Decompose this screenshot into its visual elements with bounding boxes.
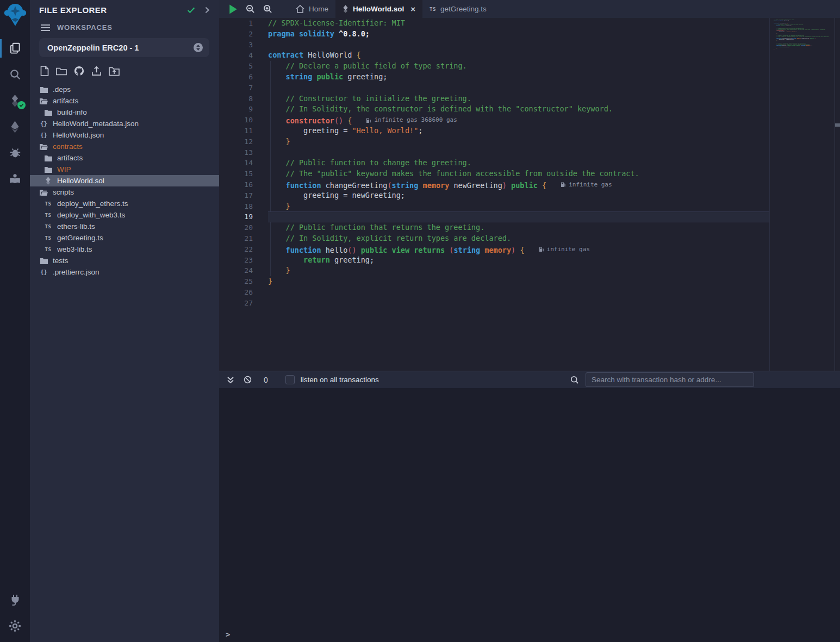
tree-item-ethers-lib-ts[interactable]: TSethers-lib.ts [30, 221, 219, 232]
line-content: return greeting; [268, 255, 769, 266]
terminal-bar: 0 listen on all transactions [219, 371, 840, 388]
settings-icon[interactable] [0, 613, 30, 639]
ts-icon: TS [44, 213, 52, 218]
home-icon [296, 5, 304, 13]
code-line-23: 23 return greeting; [219, 255, 769, 266]
json-icon: {} [40, 132, 48, 139]
tree-item-contracts[interactable]: contracts [30, 141, 219, 152]
tree-item-scripts[interactable]: scripts [30, 186, 219, 198]
tab-helloworld-sol[interactable]: HelloWorld.sol× [335, 0, 422, 18]
tree-item-helloworld-json[interactable]: {}HelloWorld.json [30, 129, 219, 141]
scrollbar-thumb[interactable] [835, 123, 840, 127]
line-number: 17 [219, 190, 253, 201]
tree-item-label: WIP [57, 165, 71, 173]
code-editor[interactable]: 1// SPDX-License-Identifier: MIT2pragma … [219, 18, 840, 371]
json-icon: {} [40, 120, 48, 127]
code-line-11: 11 greeting = "Hello, World!"; [219, 126, 769, 136]
expand-terminal-icon[interactable] [227, 376, 234, 384]
upload-file-icon[interactable] [91, 66, 102, 76]
tree-item-tests[interactable]: tests [30, 255, 219, 266]
code-line-25: 25} [219, 276, 769, 287]
deploy-run-icon[interactable] [0, 114, 30, 140]
folder-closed-icon [44, 155, 52, 161]
terminal-content[interactable]: > [219, 388, 840, 642]
tree-item-helloworld-sol[interactable]: HelloWorld.sol [30, 175, 219, 186]
check-icon[interactable] [186, 5, 196, 15]
line-content: constructor() {infinite gas 368600 gas [268, 115, 769, 126]
new-file-icon[interactable] [40, 66, 49, 76]
tree-item-build-info[interactable]: build-info [30, 107, 219, 118]
line-number: 22 [219, 244, 253, 255]
line-content: greeting = "Hello, World!"; [268, 126, 769, 136]
tab-label: getGreeting.ts [440, 5, 487, 13]
tree-item-deploy-with-web3-ts[interactable]: TSdeploy_with_web3.ts [30, 209, 219, 221]
learn-icon[interactable] [0, 166, 30, 192]
tree-item--deps[interactable]: .deps [30, 84, 219, 95]
line-content: } [268, 201, 769, 212]
tree-item-label: scripts [53, 188, 74, 196]
line-number: 4 [219, 50, 253, 61]
code-line-2: 2pragma solidity ^0.8.0; [219, 29, 769, 40]
clear-console-icon[interactable] [244, 376, 252, 384]
remix-logo-icon[interactable] [3, 2, 28, 28]
zoom-in-icon[interactable] [263, 4, 272, 14]
line-content: contract HelloWorld { [268, 50, 769, 61]
line-number: 13 [219, 147, 253, 158]
json-icon: {} [40, 269, 48, 276]
code-line-18: 18 } [219, 201, 769, 212]
run-script-icon[interactable] [229, 4, 238, 14]
listen-transactions-checkbox[interactable] [285, 375, 295, 384]
transaction-count: 0 [264, 376, 268, 384]
new-folder-icon[interactable] [56, 66, 67, 76]
file-explorer-icon[interactable] [0, 35, 30, 61]
plugin-manager-icon[interactable] [0, 587, 30, 613]
tree-item-artifacts[interactable]: artifacts [30, 95, 219, 107]
hamburger-menu-icon[interactable] [41, 24, 50, 32]
close-tab-icon[interactable]: × [410, 5, 415, 13]
code-line-8: 8 // Constructor to initialize the greet… [219, 94, 769, 104]
debugger-icon[interactable] [0, 140, 30, 166]
line-number: 7 [219, 83, 253, 94]
minimap[interactable]: // SPDX-License-Identifier: MITpragma so… [774, 19, 831, 84]
tree-item-label: .deps [53, 85, 71, 94]
publish-gist-icon[interactable] [74, 66, 84, 76]
scrollbar-lane[interactable] [835, 18, 840, 371]
terminal-search-input[interactable] [586, 372, 754, 387]
tree-item-wip[interactable]: WIP [30, 164, 219, 175]
line-number: 25 [219, 276, 253, 287]
activity-bar [0, 0, 30, 642]
line-content: greeting = newGreeting; [268, 190, 769, 201]
folder-closed-icon [44, 109, 52, 116]
tab-getgreeting-ts[interactable]: TSgetGreeting.ts [422, 0, 494, 18]
tree-item-label: HelloWorld.json [53, 131, 104, 139]
ts-icon: TS [44, 247, 52, 252]
code-line-10: 10 constructor() {infinite gas 368600 ga… [219, 115, 769, 126]
line-number: 16 [219, 179, 253, 190]
tree-item-label: artifacts [57, 154, 83, 162]
panel-title: FILE EXPLORER [39, 5, 186, 15]
tree-item--prettierrc-json[interactable]: {}.prettierrc.json [30, 266, 219, 278]
zoom-out-icon[interactable] [246, 4, 255, 14]
tree-item-getgreeting-ts[interactable]: TSgetGreeting.ts [30, 232, 219, 244]
code-line-24: 24 } [219, 265, 769, 276]
line-number: 27 [219, 298, 253, 309]
tree-item-web3-lib-ts[interactable]: TSweb3-lib.ts [30, 244, 219, 255]
tree-item-deploy-with-ethers-ts[interactable]: TSdeploy_with_ethers.ts [30, 198, 219, 209]
code-line-5: 5 // Declare a public field of type stri… [219, 61, 769, 72]
tree-item-helloworld-metadata-json[interactable]: {}HelloWorld_metadata.json [30, 118, 219, 129]
solidity-compiler-icon[interactable] [0, 88, 30, 114]
code-line-20: 20 // Public function that returns the g… [219, 222, 769, 233]
gas-estimate-decoration: infinite gas [561, 179, 612, 190]
line-content: // In Solidity, the constructor is defin… [268, 104, 769, 115]
workspace-select[interactable]: OpenZeppelin ERC20 - 1 [39, 38, 209, 57]
tab-home[interactable]: Home [289, 0, 335, 18]
upload-folder-icon[interactable] [109, 66, 120, 76]
tree-item-label: artifacts [53, 97, 78, 105]
line-number: 1 [219, 18, 253, 29]
code-line-16: 16 function changeGreeting(string memory… [219, 179, 769, 190]
search-icon[interactable] [0, 61, 30, 88]
tree-item-label: HelloWorld.sol [57, 177, 104, 185]
tree-item-label: contracts [53, 142, 83, 151]
chevron-right-icon[interactable] [203, 7, 210, 14]
tree-item-artifacts[interactable]: artifacts [30, 152, 219, 164]
